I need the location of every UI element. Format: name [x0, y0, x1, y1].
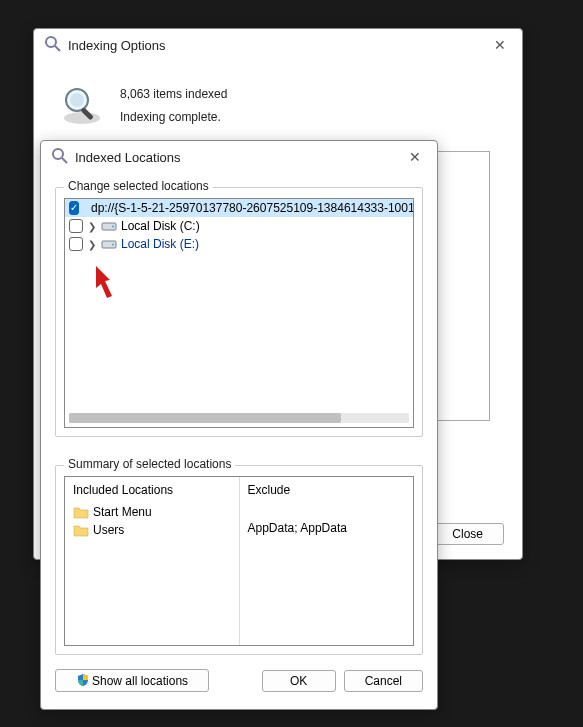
tree-item-label: Local Disk (C:) [121, 219, 200, 233]
checkbox[interactable] [69, 201, 79, 215]
scrollbar-thumb[interactable] [69, 413, 341, 423]
tree-row[interactable]: ❯Local Disk (E:) [65, 235, 413, 253]
titlebar: Indexed Locations ✕ [41, 141, 437, 173]
cancel-button[interactable]: Cancel [344, 670, 423, 692]
included-item: Users [73, 521, 231, 539]
indexing-status-text: Indexing complete. [120, 106, 227, 129]
summary-group: Summary of selected locations Included L… [55, 465, 423, 655]
show-all-label: Show all locations [92, 674, 188, 688]
checkbox[interactable] [69, 237, 83, 251]
folder-icon [73, 505, 89, 519]
close-icon[interactable]: ✕ [488, 33, 512, 57]
titlebar: Indexing Options ✕ [34, 29, 522, 61]
show-all-locations-button[interactable]: Show all locations [55, 669, 209, 692]
change-locations-group: Change selected locations dp://{S-1-5-21… [55, 187, 423, 437]
horizontal-scrollbar[interactable] [69, 413, 409, 423]
group-legend: Change selected locations [64, 179, 213, 193]
included-header: Included Locations [73, 483, 231, 497]
window-title: Indexing Options [68, 38, 488, 53]
drive-icon [101, 238, 117, 250]
expand-icon[interactable]: ❯ [87, 239, 97, 250]
close-button[interactable]: Close [431, 523, 504, 545]
tree-row[interactable]: ❯Local Disk (C:) [65, 217, 413, 235]
svg-point-11 [112, 244, 114, 246]
locations-tree[interactable]: dp://{S-1-5-21-25970137780-2607525109-13… [64, 198, 414, 428]
svg-point-9 [112, 226, 114, 228]
close-icon[interactable]: ✕ [403, 145, 427, 169]
svg-line-1 [55, 46, 60, 51]
ok-button[interactable]: OK [262, 670, 336, 692]
svg-point-6 [53, 149, 63, 159]
magnifier-icon [60, 83, 104, 127]
svg-point-4 [70, 93, 84, 107]
checkbox[interactable] [69, 219, 83, 233]
window-title: Indexed Locations [75, 150, 403, 165]
tree-item-label: dp://{S-1-5-21-25970137780-2607525109-13… [91, 201, 414, 215]
exclude-text: AppData; AppData [248, 521, 406, 535]
tree-row[interactable]: dp://{S-1-5-21-25970137780-2607525109-13… [65, 199, 413, 217]
svg-point-2 [64, 112, 100, 124]
included-item-label: Users [93, 523, 124, 537]
expand-icon[interactable]: ❯ [87, 221, 97, 232]
indexed-locations-window: Indexed Locations ✕ Change selected loca… [40, 140, 438, 710]
tree-item-label: Local Disk (E:) [121, 237, 199, 251]
shield-icon [76, 673, 90, 687]
included-item: Start Menu [73, 503, 231, 521]
svg-line-7 [62, 158, 67, 163]
svg-point-0 [46, 37, 56, 47]
included-item-label: Start Menu [93, 505, 152, 519]
drive-icon [101, 220, 117, 232]
items-indexed-text: 8,063 items indexed [120, 83, 227, 106]
app-icon [51, 147, 69, 168]
folder-icon [73, 523, 89, 537]
status-row: 8,063 items indexed Indexing complete. [54, 73, 502, 133]
summary-table: Included Locations Start MenuUsers Exclu… [64, 476, 414, 646]
exclude-header: Exclude [248, 483, 406, 497]
group-legend: Summary of selected locations [64, 457, 235, 471]
app-icon [44, 35, 62, 56]
